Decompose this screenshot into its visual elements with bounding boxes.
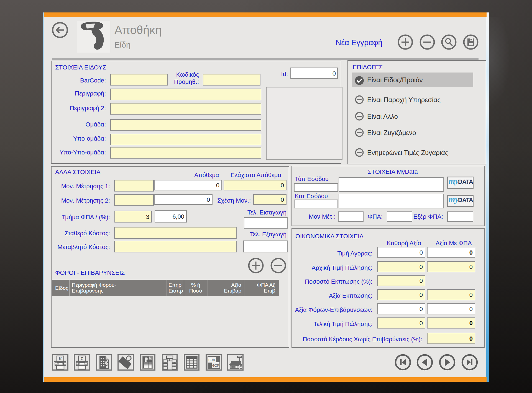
svg-text:ΤΕΛΗ: ΤΕΛΗ [208,358,216,362]
svg-text:ΦΟΡ: ΦΟΡ [212,364,219,368]
svg-text:K: K [59,356,62,361]
svg-text:Σ: Σ [81,356,83,361]
